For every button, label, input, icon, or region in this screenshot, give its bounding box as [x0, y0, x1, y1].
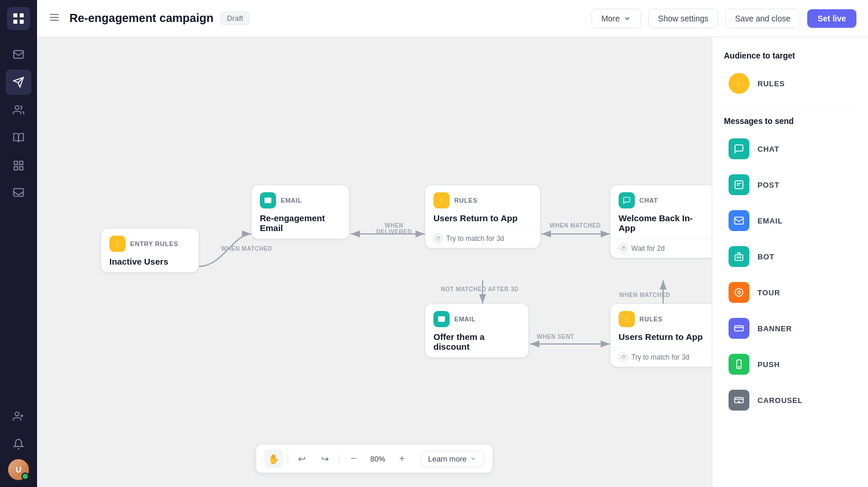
tour-panel-label: TOUR — [757, 288, 780, 297]
sidebar-item-reports[interactable] — [6, 153, 31, 178]
connector-when-delivered: WHEN DELIVERED — [368, 222, 420, 235]
page-title: Re-engagement campaign — [69, 12, 214, 25]
panel-item-email[interactable]: EMAIL — [724, 207, 856, 235]
sidebar-item-add-group[interactable] — [6, 404, 31, 429]
sidebar-item-users[interactable] — [6, 97, 31, 123]
sidebar-item-inbox[interactable] — [6, 42, 31, 67]
entry-rules-node[interactable]: ⚡ ENTRY RULES Inactive Users — [101, 228, 199, 273]
email1-title: Re-engagement Email — [252, 213, 349, 239]
email2-icon — [433, 311, 450, 327]
svg-rect-30 — [735, 255, 743, 261]
email-node-1[interactable]: EMAIL Re-engagement Email — [251, 185, 350, 239]
toolbar-divider-1 — [288, 453, 288, 464]
menu-icon[interactable] — [49, 12, 60, 25]
show-settings-button[interactable]: Show settings — [648, 9, 718, 28]
user-avatar[interactable]: U — [8, 459, 29, 480]
learn-more-button[interactable]: Learn more — [421, 451, 484, 467]
sidebar-item-bell[interactable] — [6, 431, 31, 457]
svg-rect-7 — [20, 162, 23, 165]
panel-divider — [724, 107, 856, 107]
chat-icon — [619, 192, 635, 208]
zoom-in-button[interactable]: + — [393, 449, 411, 468]
rules2-sub: ⏱ Try to match for 3d — [610, 347, 712, 367]
zoom-level: 80% — [367, 455, 388, 463]
sidebar-item-knowledge[interactable] — [6, 125, 31, 151]
rules-node-1[interactable]: ⚡ RULES Users Return to App ⏱ Try to mat… — [425, 185, 540, 248]
svg-rect-29 — [735, 217, 744, 224]
rules1-sub: ⏱ Try to match for 3d — [425, 229, 540, 248]
zoom-out-button[interactable]: − — [344, 449, 363, 468]
more-button[interactable]: More — [591, 9, 641, 28]
messages-section-title: Messages to send — [724, 116, 856, 126]
set-live-button[interactable]: Set live — [807, 9, 856, 28]
svg-point-32 — [740, 257, 741, 258]
push-panel-icon — [729, 354, 749, 375]
chat-panel-icon — [729, 138, 749, 159]
svg-rect-24 — [264, 197, 271, 203]
connector-when-sent: WHEN SENT — [532, 334, 579, 340]
svg-point-31 — [737, 257, 738, 258]
svg-rect-4 — [14, 50, 24, 58]
svg-rect-2 — [13, 20, 17, 24]
sidebar-item-campaigns[interactable] — [6, 69, 31, 95]
chat-sub: ⏱ Wait for 2d — [610, 239, 712, 258]
svg-rect-8 — [14, 167, 18, 170]
svg-rect-35 — [735, 326, 744, 331]
panel-item-rules-audience[interactable]: ⚡ RULES — [724, 69, 856, 97]
app-logo[interactable] — [7, 7, 30, 30]
rules2-type: RULES — [639, 316, 663, 323]
panel-item-push[interactable]: PUSH — [724, 350, 856, 378]
email-panel-icon — [729, 210, 749, 231]
panel-item-banner[interactable]: BANNER — [724, 314, 856, 342]
header: Re-engagement campaign Draft More Show s… — [37, 0, 868, 37]
svg-point-38 — [738, 367, 740, 368]
email-node-2[interactable]: EMAIL Offer them a discount — [425, 303, 529, 358]
svg-point-34 — [738, 291, 741, 294]
hand-tool-button[interactable]: ✋ — [264, 449, 283, 468]
chat-title: Welcome Back In-App — [610, 213, 712, 239]
svg-point-41 — [738, 401, 740, 402]
panel-item-chat[interactable]: CHAT — [724, 135, 856, 163]
connector-not-matched: NOT MATCHED AFTER 3D — [431, 286, 529, 292]
carousel-panel-icon — [729, 390, 749, 411]
svg-rect-6 — [14, 162, 18, 165]
connector-when-matched-1: WHEN MATCHED — [221, 246, 273, 252]
bot-panel-label: BOT — [757, 252, 774, 261]
email-panel-label: EMAIL — [757, 217, 783, 225]
panel-item-bot[interactable]: BOT — [724, 243, 856, 270]
bottom-toolbar: ✋ ↩ ↪ − 80% + Learn more — [256, 444, 493, 473]
flow-canvas[interactable]: WHEN MATCHED WHEN DELIVERED WHEN MATCHED… — [37, 37, 712, 487]
svg-point-5 — [15, 106, 19, 110]
rules-node-2[interactable]: ⚡ RULES Users Return to App ⏱ Try to mat… — [610, 303, 712, 367]
sidebar: U — [0, 0, 37, 487]
sidebar-item-messages[interactable] — [6, 181, 31, 206]
panel-item-tour[interactable]: TOUR — [724, 279, 856, 306]
rules2-icon: ⚡ — [619, 311, 635, 327]
undo-button[interactable]: ↩ — [293, 449, 311, 468]
rules1-type: RULES — [454, 197, 477, 204]
email2-title: Offer them a discount — [425, 332, 528, 357]
chat-panel-label: CHAT — [757, 145, 779, 153]
entry-rules-icon: ⚡ — [109, 236, 126, 252]
svg-rect-9 — [20, 167, 23, 170]
entry-rules-type: ENTRY RULES — [130, 240, 178, 247]
audience-section-title: Audience to target — [724, 51, 856, 60]
carousel-panel-label: CAROUSEL — [757, 396, 803, 405]
email1-type: EMAIL — [281, 197, 302, 204]
entry-rules-title: Inactive Users — [101, 257, 198, 272]
svg-point-11 — [15, 412, 19, 416]
save-close-button[interactable]: Save and close — [725, 9, 800, 28]
tour-panel-icon — [729, 282, 749, 303]
connector-when-matched-3: WHEN MATCHED — [610, 292, 679, 298]
email2-type: EMAIL — [454, 316, 476, 323]
post-panel-label: POST — [757, 181, 779, 189]
panel-item-carousel[interactable]: CAROUSEL — [724, 386, 856, 414]
redo-button[interactable]: ↪ — [316, 449, 334, 468]
rules2-title: Users Return to App — [610, 332, 712, 347]
rules-audience-icon: ⚡ — [729, 73, 749, 94]
chat-type: CHAT — [639, 197, 658, 204]
panel-item-post[interactable]: POST — [724, 171, 856, 199]
chat-node[interactable]: CHAT Welcome Back In-App ⏱ Wait for 2d — [610, 185, 712, 258]
rules-audience-label: RULES — [757, 79, 785, 88]
svg-rect-0 — [13, 13, 17, 17]
